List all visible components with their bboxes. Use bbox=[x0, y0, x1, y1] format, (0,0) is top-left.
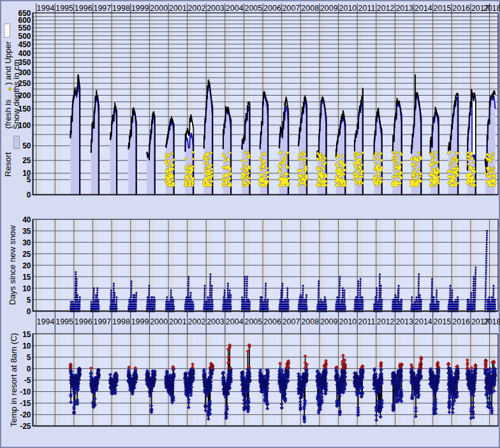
year-label: 1994 bbox=[37, 317, 55, 326]
year-label: 2014 bbox=[415, 4, 432, 13]
year-label: 2005 bbox=[244, 317, 262, 326]
temp-tick-label: 10 bbox=[22, 342, 31, 350]
year-label: 2001 bbox=[169, 317, 187, 326]
snow-tick-label: 25 bbox=[22, 156, 31, 165]
year-label: 2006 bbox=[263, 317, 281, 326]
snow-tick-label: 500 bbox=[18, 32, 31, 41]
temp-tick-label: -20 bbox=[20, 410, 31, 419]
year-label: 2008 bbox=[301, 4, 319, 13]
year-label: 2011 bbox=[358, 317, 376, 326]
snow-tick-label: 0 bbox=[27, 191, 31, 199]
temp-tick-label: -15 bbox=[20, 399, 31, 408]
legend-upper-swatch bbox=[4, 24, 10, 38]
year-label: 2003 bbox=[207, 317, 224, 326]
year-label: 2010 bbox=[339, 4, 357, 13]
temp-axis-title: Temp in resort at 8am (C) bbox=[9, 333, 18, 426]
chart-canvas: 1994199519961997199819992000200120022003… bbox=[1, 1, 500, 448]
year-label: 1995 bbox=[55, 4, 73, 13]
year-label: 1999 bbox=[131, 317, 149, 326]
snow-history-chart: 1994199519961997199819992000200120022003… bbox=[0, 0, 500, 448]
year-label: 1994 bbox=[37, 4, 55, 13]
year-label: 2007 bbox=[283, 4, 300, 13]
year-label: 1996 bbox=[75, 317, 92, 326]
year-label: 1998 bbox=[112, 317, 130, 326]
year-label: 1995 bbox=[55, 317, 73, 326]
year-label: 2000 bbox=[150, 4, 168, 13]
days-tick-label: 0 bbox=[27, 307, 31, 316]
days-tick-label: 35 bbox=[22, 227, 31, 236]
year-label: 1997 bbox=[93, 317, 111, 326]
snow-tick-label: 450 bbox=[18, 40, 31, 49]
year-label: 2012 bbox=[377, 4, 395, 13]
year-label: 2008 bbox=[301, 317, 319, 326]
temp-tick-label: -10 bbox=[20, 387, 31, 396]
legend-resort-label: Resort bbox=[3, 152, 13, 177]
temp-tick-label: 5 bbox=[27, 353, 31, 362]
days-axis-title: Days since new snow bbox=[8, 226, 17, 305]
year-label: 2004 bbox=[226, 4, 244, 13]
snow-tick-label: 400 bbox=[18, 49, 31, 58]
days-tick-label: 5 bbox=[27, 296, 31, 305]
days-tick-label: 10 bbox=[22, 284, 31, 293]
year-label: 1997 bbox=[93, 4, 111, 13]
snow-axis-title: Snow depths in cm bbox=[11, 59, 21, 129]
temp-tick-label: 15 bbox=[22, 330, 31, 339]
year-label-row-top: 1994199519961997199819992000200120022003… bbox=[36, 4, 500, 13]
year-label: 2011 bbox=[358, 4, 376, 13]
year-label: 2005 bbox=[244, 4, 262, 13]
year-label: 2016 bbox=[452, 317, 470, 326]
temp-tick-label: -25 bbox=[20, 422, 31, 431]
days-tick-label: 20 bbox=[22, 261, 31, 270]
year-label: 2016 bbox=[452, 4, 470, 13]
year-label: 2018 bbox=[483, 4, 500, 13]
days-tick-label: 15 bbox=[22, 273, 31, 282]
year-label: 2003 bbox=[207, 4, 224, 13]
days-tick-label: 25 bbox=[22, 250, 31, 259]
year-label: 2007 bbox=[283, 317, 300, 326]
year-label-row-mid: 1994199519961997199819992000200120022003… bbox=[36, 312, 500, 334]
temp-dots-warm bbox=[379, 361, 383, 368]
days-tick-label: 40 bbox=[22, 215, 31, 224]
temp-tick-label: 0 bbox=[27, 365, 31, 373]
year-label: 1999 bbox=[131, 4, 149, 13]
year-label: 2000 bbox=[150, 317, 168, 326]
year-label: 2004 bbox=[226, 317, 244, 326]
year-label: 2015 bbox=[434, 4, 452, 13]
year-label: 2002 bbox=[188, 4, 206, 13]
year-label: 1998 bbox=[112, 4, 130, 13]
year-label: 2014 bbox=[415, 317, 432, 326]
year-label: 2009 bbox=[320, 4, 338, 13]
year-label: 2001 bbox=[169, 4, 187, 13]
temp-tick-label: -5 bbox=[24, 376, 31, 385]
year-label: 2012 bbox=[377, 317, 395, 326]
year-label: 2015 bbox=[434, 317, 452, 326]
snow-tick-label: 50 bbox=[22, 141, 31, 150]
year-label: 1996 bbox=[75, 4, 92, 13]
year-label: 2009 bbox=[320, 317, 338, 326]
year-label: 2002 bbox=[188, 317, 206, 326]
year-label: 2010 bbox=[339, 317, 357, 326]
snow-tick-label: 5 bbox=[27, 175, 31, 184]
legend-resort-swatch bbox=[13, 136, 20, 149]
year-label: 2013 bbox=[395, 4, 413, 13]
year-label: 2006 bbox=[263, 4, 281, 13]
year-label: 2013 bbox=[395, 317, 413, 326]
days-tick-label: 30 bbox=[22, 238, 31, 247]
year-label: 2018 bbox=[483, 317, 500, 326]
